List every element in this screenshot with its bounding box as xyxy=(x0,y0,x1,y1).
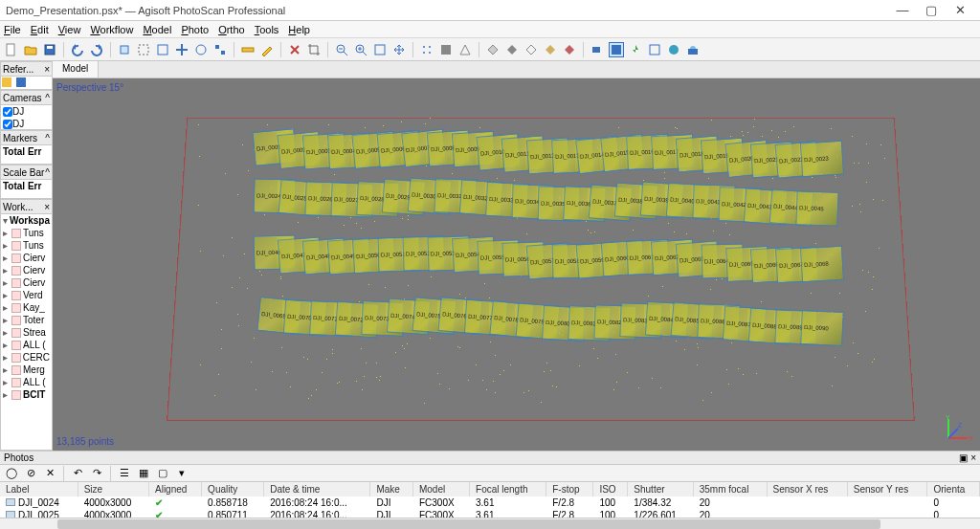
disable-icon[interactable]: ⊘ xyxy=(23,466,38,481)
camera-thumb[interactable]: DJI_0023 xyxy=(800,141,844,178)
thumbnail-view-icon[interactable]: ▦ xyxy=(136,466,151,481)
table-header[interactable]: Size xyxy=(78,482,148,496)
details-view-icon[interactable]: ☰ xyxy=(117,466,132,481)
markers-panel-header[interactable]: Markers^ xyxy=(0,130,53,145)
select-marquee-icon[interactable] xyxy=(155,42,170,57)
menu-file[interactable]: File xyxy=(4,24,21,35)
shade-icon[interactable] xyxy=(485,42,501,57)
select-rect-icon[interactable] xyxy=(136,42,151,57)
pan-icon[interactable] xyxy=(391,42,407,57)
camera-thumb[interactable]: DJI_0068 xyxy=(800,246,844,283)
table-header[interactable]: F-stop xyxy=(546,482,593,496)
nav-icon[interactable] xyxy=(117,42,132,57)
workspace-item[interactable]: ▸ALL ( xyxy=(1,376,52,388)
show-ortho-icon[interactable] xyxy=(685,42,701,57)
workspace-item[interactable]: ▸Tuns xyxy=(1,227,52,239)
enable-icon[interactable]: ◯ xyxy=(4,466,19,481)
table-row[interactable]: DJI_00254000x3000✔0.8507112016:08:24 16:… xyxy=(0,509,980,518)
view-points-icon[interactable] xyxy=(419,42,434,57)
menu-ortho[interactable]: Ortho xyxy=(218,24,245,35)
rotate-icon[interactable] xyxy=(193,42,209,57)
menu-help[interactable]: Help xyxy=(288,24,310,35)
workspace-item[interactable]: ▸Cierv xyxy=(1,276,52,289)
table-header[interactable]: Aligned xyxy=(149,482,202,496)
texture-icon[interactable] xyxy=(543,42,558,57)
show-trackball-icon[interactable] xyxy=(666,42,681,57)
photos-panel-header[interactable]: Photos ▣ × xyxy=(0,452,980,465)
table-header[interactable]: 35mm focal xyxy=(693,482,767,496)
scalebars-panel-header[interactable]: Scale Bar^ xyxy=(0,165,53,180)
table-header[interactable]: ISO xyxy=(593,482,628,496)
workspace-item[interactable]: ▸Kay_ xyxy=(1,301,52,314)
workspace-item[interactable]: ▸BCIT xyxy=(1,388,52,401)
scale-icon[interactable] xyxy=(212,42,228,57)
move-icon[interactable] xyxy=(174,42,189,57)
pencil-icon[interactable] xyxy=(259,42,275,57)
table-header[interactable]: Model xyxy=(412,482,469,496)
photos-table[interactable]: LabelSizeAlignedQualityDate & timeMakeMo… xyxy=(0,482,980,518)
wire-icon[interactable] xyxy=(523,42,539,57)
tab-model[interactable]: Model xyxy=(53,61,99,77)
large-view-icon[interactable]: ▢ xyxy=(155,466,170,481)
crop-icon[interactable] xyxy=(306,42,322,57)
undo-icon[interactable] xyxy=(70,42,85,57)
show-cams-icon[interactable] xyxy=(590,42,605,57)
workspace-item[interactable]: ▸Toter xyxy=(1,314,52,326)
cameras-panel-header[interactable]: Cameras^ xyxy=(0,90,53,105)
table-header[interactable]: Focal length xyxy=(470,482,546,496)
confidence-icon[interactable] xyxy=(562,42,577,57)
menu-edit[interactable]: Edit xyxy=(31,24,49,35)
workspace-item[interactable]: ▸Tuns xyxy=(1,239,52,252)
table-row[interactable]: DJI_00244000x3000✔0.8587182016:08:24 16:… xyxy=(0,496,980,509)
zoom-in-icon[interactable] xyxy=(353,42,368,57)
show-region-icon[interactable] xyxy=(647,42,662,57)
workspace-item[interactable]: ▸Strea xyxy=(1,326,52,339)
camera-item[interactable]: DJ xyxy=(1,118,52,130)
workspace-item[interactable]: ▸Merg xyxy=(1,364,52,376)
view-mesh-icon[interactable] xyxy=(457,42,473,57)
ruler-icon[interactable] xyxy=(240,42,256,57)
workspace-item[interactable]: ▸Cierv xyxy=(1,264,52,276)
photos-hscroll[interactable] xyxy=(0,518,980,529)
camera-item[interactable]: DJ xyxy=(1,105,52,118)
table-header[interactable]: Label xyxy=(0,482,78,496)
close-button[interactable]: ✕ xyxy=(946,3,974,17)
workspace-root[interactable]: ▾Workspa xyxy=(1,214,52,227)
open-icon[interactable] xyxy=(23,42,38,57)
workspace-item[interactable]: ▸Verd xyxy=(1,289,52,301)
minimize-button[interactable]: — xyxy=(888,3,917,17)
menu-photo[interactable]: Photo xyxy=(181,24,209,35)
camera-thumb[interactable]: DJI_0090 xyxy=(800,309,844,345)
show-thumbs-icon[interactable] xyxy=(609,42,624,57)
table-header[interactable]: Date & time xyxy=(264,482,370,496)
view-dense-icon[interactable] xyxy=(438,42,454,57)
delete-icon[interactable] xyxy=(287,42,302,57)
table-header[interactable]: Orienta xyxy=(927,482,980,496)
camera-thumb[interactable]: DJI_0045 xyxy=(795,190,838,227)
table-header[interactable]: Shutter xyxy=(628,482,693,496)
workspace-item[interactable]: ▸CERC xyxy=(1,351,52,364)
model-viewport[interactable]: Perspective 15° 13,185 points DJI_0001DJ… xyxy=(53,78,980,451)
table-header[interactable]: Quality xyxy=(202,482,264,496)
table-header[interactable]: Sensor Y res xyxy=(847,482,927,496)
menu-view[interactable]: View xyxy=(58,24,81,35)
zoom-fit-icon[interactable] xyxy=(372,42,388,57)
show-markers-icon[interactable] xyxy=(628,42,643,57)
workspace-item[interactable]: ▸Cierv xyxy=(1,252,52,264)
table-header[interactable]: Sensor X res xyxy=(767,482,847,496)
redo-icon[interactable] xyxy=(89,42,104,57)
workspace-item[interactable]: ▸ALL ( xyxy=(1,339,52,351)
workspace-panel-header[interactable]: Work...× xyxy=(0,199,53,214)
zoom-out-icon[interactable] xyxy=(334,42,349,57)
dropdown-icon[interactable]: ▾ xyxy=(174,466,189,481)
menu-model[interactable]: Model xyxy=(143,24,171,35)
remove-icon[interactable]: ✕ xyxy=(42,466,57,481)
menu-workflow[interactable]: Workflow xyxy=(90,24,133,35)
rotate-left-icon[interactable]: ↶ xyxy=(70,466,85,481)
rotate-right-icon[interactable]: ↷ xyxy=(89,466,104,481)
maximize-button[interactable]: ▢ xyxy=(917,3,946,17)
new-icon[interactable] xyxy=(4,42,19,57)
menu-tools[interactable]: Tools xyxy=(255,24,279,35)
table-header[interactable]: Make xyxy=(370,482,413,496)
save-icon[interactable] xyxy=(42,42,57,57)
